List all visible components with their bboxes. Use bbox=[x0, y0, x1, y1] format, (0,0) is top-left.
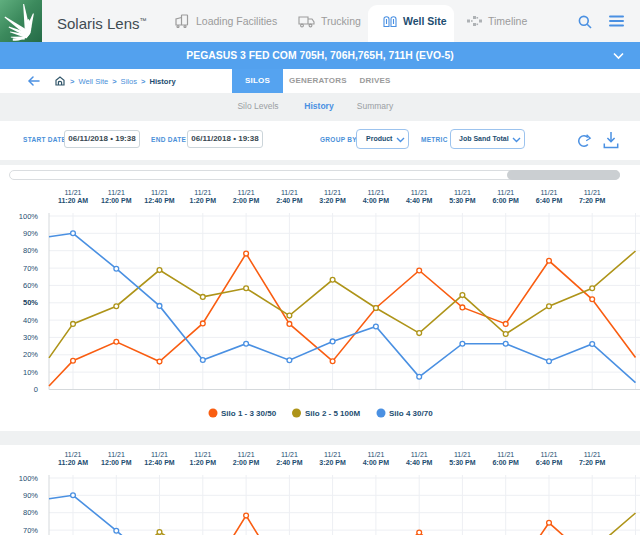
svg-text:2:40 PM: 2:40 PM bbox=[276, 197, 303, 204]
svg-text:11/21: 11/21 bbox=[497, 189, 514, 196]
svg-text:Silo 1 - 3 30/50: Silo 1 - 3 30/50 bbox=[221, 409, 277, 418]
svg-text:12:40 PM: 12:40 PM bbox=[144, 197, 175, 204]
svg-text:11/21: 11/21 bbox=[281, 189, 298, 196]
svg-text:11/21: 11/21 bbox=[584, 189, 601, 196]
svg-text:50%: 50% bbox=[23, 298, 38, 307]
svg-text:11/21: 11/21 bbox=[194, 189, 211, 196]
svg-text:11/21: 11/21 bbox=[324, 189, 341, 196]
svg-text:20%: 20% bbox=[23, 350, 38, 359]
svg-text:100%: 100% bbox=[19, 212, 39, 221]
svg-text:11/21: 11/21 bbox=[108, 189, 125, 196]
svg-text:2:00 PM: 2:00 PM bbox=[233, 197, 260, 204]
svg-text:4:00 PM: 4:00 PM bbox=[363, 197, 390, 204]
svg-text:60%: 60% bbox=[23, 281, 38, 290]
svg-text:3:20 PM: 3:20 PM bbox=[319, 197, 346, 204]
svg-text:7:20 PM: 7:20 PM bbox=[579, 197, 606, 204]
svg-text:40%: 40% bbox=[23, 316, 38, 325]
svg-text:4:40 PM: 4:40 PM bbox=[406, 197, 433, 204]
svg-text:11/21: 11/21 bbox=[367, 189, 384, 196]
svg-text:90%: 90% bbox=[23, 229, 38, 238]
svg-text:11/21: 11/21 bbox=[411, 189, 428, 196]
svg-text:11/21: 11/21 bbox=[541, 189, 558, 196]
svg-text:12:00 PM: 12:00 PM bbox=[101, 197, 132, 204]
svg-text:30%: 30% bbox=[23, 333, 38, 342]
svg-text:6:00 PM: 6:00 PM bbox=[492, 197, 519, 204]
svg-text:0: 0 bbox=[34, 385, 38, 394]
svg-text:6:40 PM: 6:40 PM bbox=[536, 197, 563, 204]
svg-text:11/21: 11/21 bbox=[65, 189, 82, 196]
svg-text:Silo 2 - 5 100M: Silo 2 - 5 100M bbox=[305, 409, 360, 418]
svg-text:11:20 AM: 11:20 AM bbox=[58, 197, 88, 204]
svg-text:11/21: 11/21 bbox=[151, 189, 168, 196]
svg-text:70%: 70% bbox=[23, 264, 38, 273]
svg-text:Silo 4 30/70: Silo 4 30/70 bbox=[389, 409, 433, 418]
svg-text:5:30 PM: 5:30 PM bbox=[449, 197, 476, 204]
svg-text:80%: 80% bbox=[23, 246, 38, 255]
svg-text:10%: 10% bbox=[23, 368, 38, 377]
svg-text:1:20 PM: 1:20 PM bbox=[190, 197, 217, 204]
svg-text:11/21: 11/21 bbox=[454, 189, 471, 196]
svg-text:11/21: 11/21 bbox=[238, 189, 255, 196]
